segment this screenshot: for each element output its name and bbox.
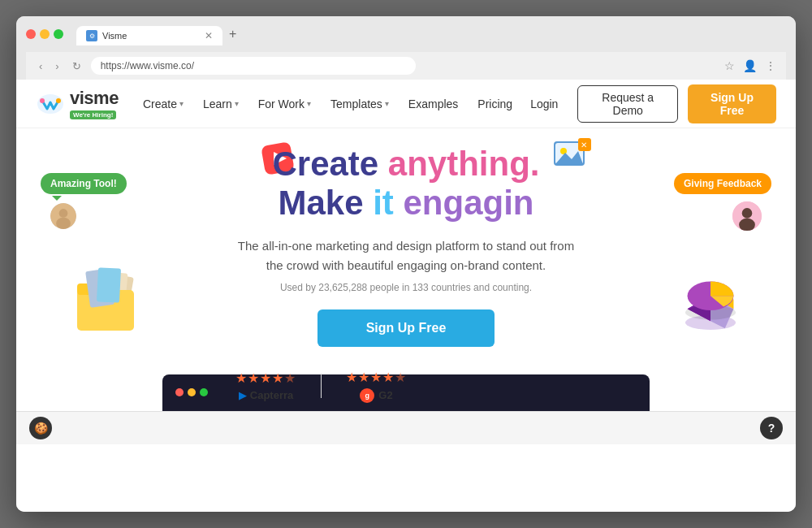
svg-point-12 (59, 209, 68, 218)
tab-title: Visme (102, 31, 127, 41)
close-traffic-light[interactable] (26, 29, 36, 39)
bubble-right-text: Giving Feedback (684, 178, 762, 189)
chevron-learn-icon: ▾ (235, 99, 239, 108)
svg-text:✕: ✕ (581, 141, 587, 149)
demo-button[interactable]: Request a Demo (577, 85, 678, 123)
title-word-it: it (373, 184, 403, 222)
nav-right: Login Request a Demo Sign Up Free (520, 84, 776, 123)
preview-dot-green (200, 388, 208, 396)
avatar-right (731, 200, 763, 232)
address-bar[interactable] (91, 57, 416, 75)
ratings-divider (321, 374, 322, 398)
title-word-create: Create (272, 145, 387, 183)
pie-chart-decoration (674, 278, 747, 346)
tab-favicon: ⚙ (86, 30, 97, 41)
maximize-traffic-light[interactable] (54, 29, 63, 39)
capterra-arrow-icon: ▶ (239, 390, 246, 401)
svg-point-2 (56, 98, 61, 103)
hero-section: ✕ Amazing Tool! Giving Feedback (16, 128, 796, 411)
nav-item-forwork[interactable]: For Work ▾ (250, 93, 319, 115)
nav-label-create: Create (143, 97, 177, 110)
favicon-icon: ⚙ (89, 32, 95, 40)
cookie-icon: 🍪 (34, 422, 48, 435)
capterra-stars: ★★★★★ (235, 370, 296, 386)
logo-svg (36, 93, 65, 115)
svg-rect-21 (85, 268, 114, 308)
logo-area[interactable]: visme We're Hiring! (36, 88, 119, 119)
minimize-traffic-light[interactable] (40, 29, 50, 39)
cookie-button[interactable]: 🍪 (29, 417, 52, 439)
folder-decoration (65, 266, 154, 346)
back-button[interactable]: ‹ (36, 58, 45, 74)
nav-label-forwork: For Work (258, 97, 304, 110)
nav-label-learn: Learn (203, 97, 232, 110)
preview-dots (175, 388, 208, 396)
rating-g2: ★★★★★ g G2 (346, 370, 407, 403)
title-word-anything: anything (388, 145, 530, 183)
page-bottom-bar: 🍪 ? (16, 411, 796, 444)
active-tab[interactable]: ⚙ Visme ✕ (76, 26, 222, 45)
g2-stars: ★★★★★ (346, 370, 407, 385)
help-icon: ? (768, 422, 775, 435)
svg-rect-19 (77, 290, 134, 331)
logo-text: visme (70, 88, 119, 109)
help-button[interactable]: ? (760, 417, 783, 439)
title-word-make: Make (278, 184, 373, 222)
hero-content: Create anything. Make it engagin The all… (235, 145, 577, 403)
nav-item-create[interactable]: Create ▾ (135, 93, 192, 115)
title-period: . (530, 145, 540, 183)
bubble-left: Amazing Tool! (41, 173, 127, 194)
chevron-create-icon: ▾ (179, 99, 184, 108)
new-tab-button[interactable]: + (222, 23, 243, 45)
svg-rect-20 (77, 283, 102, 295)
nav-label-examples: Examples (408, 97, 458, 110)
chevron-templates-icon: ▾ (385, 99, 389, 108)
svg-point-25 (688, 281, 734, 310)
nav-item-learn[interactable]: Learn ▾ (195, 93, 247, 115)
menu-icon[interactable]: ⋮ (765, 59, 776, 72)
nav-links: Create ▾ Learn ▾ For Work ▾ Templates ▾ … (135, 93, 520, 115)
svg-point-13 (56, 218, 71, 229)
nav-signup-button[interactable]: Sign Up Free (688, 84, 776, 123)
navbar: visme We're Hiring! Create ▾ Learn ▾ For… (16, 80, 796, 128)
nav-label-templates: Templates (330, 97, 382, 110)
nav-item-examples[interactable]: Examples (400, 93, 466, 115)
preview-dot-yellow (188, 388, 196, 396)
svg-point-1 (40, 98, 45, 103)
refresh-button[interactable]: ↻ (69, 58, 84, 74)
nav-item-templates[interactable]: Templates ▾ (322, 93, 397, 115)
preview-dot-red (175, 388, 184, 396)
svg-point-23 (685, 315, 736, 330)
forward-button[interactable]: › (52, 58, 62, 74)
g2-label: G2 (378, 389, 392, 401)
star-icon[interactable]: ☆ (724, 59, 735, 72)
tab-close-icon[interactable]: ✕ (205, 30, 213, 41)
svg-rect-22 (97, 267, 121, 302)
svg-rect-9 (578, 138, 591, 151)
account-icon[interactable]: 👤 (743, 59, 757, 72)
nav-item-pricing[interactable]: Pricing (469, 93, 520, 115)
address-bar-icons: ☆ 👤 ⋮ (724, 59, 776, 72)
browser-window: ⚙ Visme ✕ + ‹ › ↻ ☆ 👤 ⋮ (16, 16, 796, 512)
login-button[interactable]: Login (520, 93, 568, 115)
nav-label-pricing: Pricing (477, 97, 512, 110)
bubble-left-text: Amazing Tool! (50, 178, 117, 189)
hero-signup-button[interactable]: Sign Up Free (317, 309, 495, 347)
logo-stack: visme We're Hiring! (70, 88, 119, 119)
website-content: visme We're Hiring! Create ▾ Learn ▾ For… (16, 80, 796, 512)
hero-title: Create anything. Make it engagin (235, 145, 577, 223)
ratings-row: ★★★★★ ▶ Capterra ★★★★★ g G2 (235, 370, 577, 403)
rating-capterra: ★★★★★ ▶ Capterra (235, 370, 296, 401)
bubble-right: Giving Feedback (674, 173, 771, 194)
svg-rect-18 (88, 270, 128, 321)
traffic-lights (26, 29, 63, 39)
browser-chrome: ⚙ Visme ✕ + ‹ › ↻ ☆ 👤 ⋮ (16, 16, 796, 80)
chevron-forwork-icon: ▾ (307, 99, 311, 108)
svg-point-24 (685, 305, 736, 319)
title-word-engagin: engagin (404, 184, 534, 222)
svg-point-16 (739, 219, 755, 232)
svg-point-15 (742, 208, 753, 219)
capterra-brand: ▶ Capterra (239, 389, 293, 401)
capterra-label: Capterra (250, 389, 293, 401)
svg-rect-17 (89, 271, 133, 324)
